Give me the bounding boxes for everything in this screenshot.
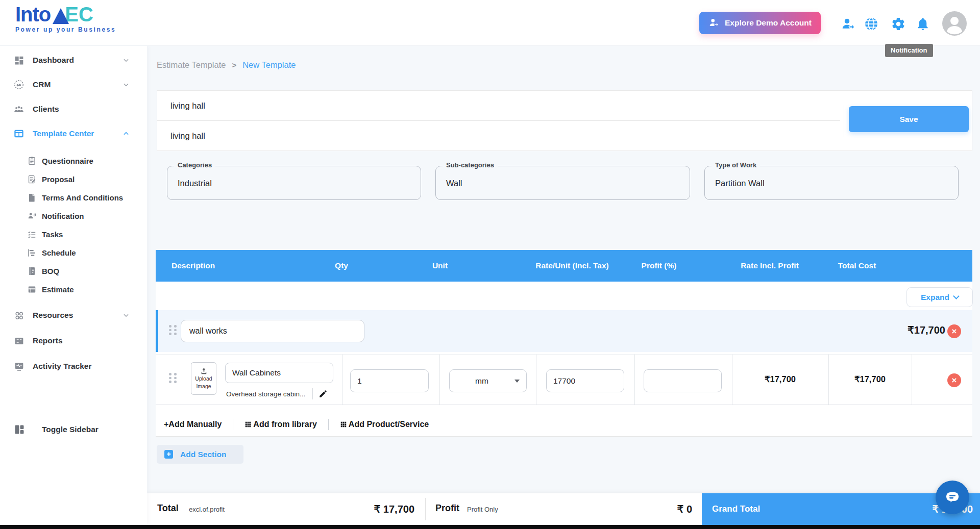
sidebar-subitem-notification[interactable]: Notification	[0, 207, 147, 225]
expand-label: Expand	[921, 293, 949, 302]
categories-label: Categories	[174, 161, 215, 169]
chevron-down-icon	[953, 293, 960, 299]
template-name-secondary-input[interactable]	[157, 121, 836, 150]
sidebar-subitem-questionnaire[interactable]: Questionnaire	[0, 152, 147, 170]
breadcrumb-parent-link[interactable]: Estimate Template	[157, 60, 226, 70]
sidebar-item-template-center[interactable]: Template Center	[0, 121, 147, 146]
product-grid-icon	[340, 421, 347, 428]
add-product-service-link[interactable]: Add Product/Service	[340, 420, 429, 429]
sidebar-item-dashboard[interactable]: Dashboard	[0, 48, 147, 72]
upload-image-button[interactable]: Upload Image	[191, 362, 216, 395]
sidebar-subitem-tasks[interactable]: Tasks	[0, 225, 147, 243]
toggle-sidebar-button[interactable]: Toggle Sidebar	[0, 417, 147, 442]
total-value: ₹ 17,700	[368, 503, 414, 515]
brand-name-primary: Into	[15, 4, 51, 24]
settings-button[interactable]	[890, 15, 907, 33]
column-header-total-cost: Total Cost	[838, 261, 876, 270]
qty-input[interactable]	[350, 369, 429, 392]
unit-select[interactable]: mm	[449, 369, 527, 392]
categories-field[interactable]: Categories Industrial	[167, 166, 421, 200]
template-name-card: Save	[157, 90, 972, 151]
schedule-gantt-icon	[27, 247, 37, 258]
item-description-text: Overhead storage cabin...	[226, 390, 305, 398]
divider	[156, 436, 972, 437]
boq-document-icon	[27, 266, 37, 276]
drag-handle-icon[interactable]	[169, 373, 177, 383]
add-manually-link[interactable]: +Add Manually	[164, 420, 222, 429]
column-header-rate-incl-profit: Rate Incl. Profit	[741, 261, 799, 270]
rate-input[interactable]	[546, 369, 624, 392]
add-section-label: Add Section	[180, 450, 226, 459]
divider	[342, 355, 342, 405]
estimate-table-header: Description Qty Unit Rate/Unit (Incl. Ta…	[156, 250, 972, 282]
sidebar-subitem-proposal[interactable]: Proposal	[0, 170, 147, 188]
add-from-library-label: Add from library	[253, 420, 316, 429]
sidebar-subitem-label: Tasks	[42, 230, 63, 239]
item-name-input[interactable]	[225, 363, 333, 383]
user-avatar[interactable]	[942, 11, 967, 36]
sidebar-item-activity-tracker[interactable]: Activity Tracker	[0, 354, 147, 379]
categories-value: Industrial	[178, 178, 212, 188]
divider	[536, 355, 536, 405]
section-name-input[interactable]	[181, 320, 364, 342]
sidebar-subitem-schedule[interactable]: Schedule	[0, 243, 147, 262]
divider	[312, 388, 313, 399]
profit-note: Profit Only	[467, 506, 498, 513]
divider	[157, 120, 840, 121]
breadcrumb: Estimate Template > New Template	[157, 60, 296, 70]
drag-handle-icon[interactable]	[169, 325, 177, 335]
explore-demo-account-button[interactable]: Explore Demo Account	[699, 12, 821, 34]
library-grid-icon	[244, 421, 252, 428]
reports-icon	[13, 335, 25, 347]
expand-button[interactable]: Expand	[906, 287, 973, 307]
totals-footer: Total excl.of.profit ₹ 17,700 Profit Pro…	[147, 493, 980, 525]
main-content: Estimate Template > New Template Save Ca…	[147, 46, 980, 493]
delete-section-button[interactable]: ×	[947, 324, 961, 338]
grand-total-label: Grand Total	[702, 504, 760, 514]
sidebar-subitem-estimate[interactable]: Estimate	[0, 280, 147, 298]
sidebar: Dashboard CRM Clients Template Cen	[0, 46, 147, 525]
sidebar-subitem-label: BOQ	[42, 267, 59, 275]
add-from-library-link[interactable]: Add from library	[244, 420, 316, 429]
chat-fab-button[interactable]	[936, 481, 969, 514]
divider	[634, 355, 635, 405]
edit-pencil-icon[interactable]	[318, 389, 328, 398]
add-section-button[interactable]: + Add Section	[157, 445, 243, 464]
toggle-sidebar-icon	[13, 423, 26, 436]
upload-icon	[200, 367, 208, 375]
sidebar-subitem-terms-and-conditions[interactable]: Terms And Conditions	[0, 188, 147, 207]
sidebar-item-clients[interactable]: Clients	[0, 97, 147, 121]
sidebar-subitem-label: Terms And Conditions	[42, 193, 123, 202]
rate-incl-profit-value: ₹17,700	[732, 374, 828, 384]
divider	[233, 419, 233, 430]
bottom-strip	[0, 525, 980, 529]
subcategories-label: Sub-categories	[443, 161, 498, 169]
brand-logo[interactable]: Into EC Power up your Business	[15, 4, 116, 33]
save-button[interactable]: Save	[849, 106, 969, 132]
sidebar-subitem-label: Questionnaire	[42, 157, 93, 165]
sidebar-item-label: CRM	[33, 80, 51, 89]
chevron-down-icon	[122, 81, 130, 88]
profit-input[interactable]	[644, 369, 722, 392]
template-name-input[interactable]	[157, 91, 836, 120]
notification-button[interactable]	[914, 15, 932, 33]
sidebar-subitem-boq[interactable]: BOQ	[0, 262, 147, 280]
estimate-table-icon	[27, 284, 37, 294]
activity-tracker-icon	[13, 360, 25, 372]
total-cost-value: ₹17,700	[828, 374, 912, 384]
item-row: Upload Image Overhead storage cabin... m…	[156, 354, 972, 405]
language-button[interactable]	[863, 15, 880, 33]
user-switch-button[interactable]	[840, 15, 857, 33]
column-header-qty: Qty	[335, 261, 348, 270]
app-root: Into EC Power up your Business Explore D…	[0, 0, 980, 529]
type-of-work-field[interactable]: Type of Work Partition Wall	[704, 166, 959, 200]
caret-down-icon	[514, 380, 520, 383]
sidebar-item-crm[interactable]: CRM	[0, 72, 147, 97]
subcategories-field[interactable]: Sub-categories Wall	[435, 166, 690, 200]
delete-item-button[interactable]: ×	[947, 373, 961, 387]
breadcrumb-current-link[interactable]: New Template	[242, 60, 296, 70]
column-header-rate-unit: Rate/Unit (Incl. Tax)	[535, 261, 609, 270]
upload-image-label-line1: Upload	[195, 375, 212, 382]
sidebar-item-reports[interactable]: Reports	[0, 329, 147, 353]
sidebar-item-resources[interactable]: Resources	[0, 303, 147, 328]
